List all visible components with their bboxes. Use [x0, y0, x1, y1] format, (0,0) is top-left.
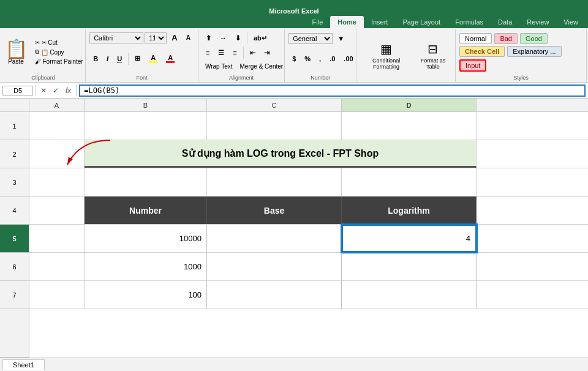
cell-d3[interactable] — [342, 168, 477, 196]
conditional-formatting-button[interactable]: ▦ Conditional Formatting — [360, 42, 412, 70]
app-title: Microsoft Excel — [2, 7, 586, 15]
cell-a4[interactable] — [29, 197, 85, 224]
comma-button[interactable]: , — [315, 54, 325, 64]
col-header-b[interactable]: B — [85, 99, 207, 112]
italic-button[interactable]: I — [103, 54, 112, 64]
cell-a7[interactable] — [29, 281, 85, 309]
fill-color-button[interactable]: A — [145, 53, 161, 64]
cell-c4-header[interactable]: Base — [207, 197, 342, 224]
align-top-button[interactable]: ⬆ — [202, 33, 215, 43]
row-header-3[interactable]: 3 — [0, 168, 29, 197]
cell-b5[interactable]: 10000 — [85, 225, 207, 252]
style-bad[interactable]: Bad — [494, 33, 518, 44]
cell-d6[interactable] — [342, 253, 477, 280]
cell-reference-input[interactable]: D5 — [2, 86, 33, 96]
wrap-text-button[interactable]: Wrap Text — [202, 62, 236, 71]
increase-indent-button[interactable]: ⇥ — [260, 48, 273, 58]
number-group: General ▼ $ % , .0 .00 Number — [285, 29, 356, 82]
tab-formulas[interactable]: Formulas — [448, 16, 491, 28]
cell-a5[interactable] — [29, 225, 85, 252]
decrease-indent-button[interactable]: ⇤ — [246, 48, 259, 58]
tab-review[interactable]: Review — [519, 16, 556, 28]
tab-insert[interactable]: Insert — [364, 16, 396, 28]
font-name-select[interactable]: Calibri — [89, 32, 143, 43]
format-as-table-button[interactable]: ⊟ Format as Table — [415, 42, 451, 70]
col-header-c[interactable]: C — [207, 99, 342, 112]
style-good[interactable]: Good — [520, 33, 548, 44]
row-header-6[interactable]: 6 — [0, 253, 29, 281]
cell-c1[interactable] — [207, 112, 342, 140]
cell-c6[interactable] — [207, 253, 342, 280]
number-format-expand[interactable]: ▼ — [334, 34, 348, 43]
alignment-group: ⬆ ↔ ⬇ ab↵ ≡ ☰ ≡ ⇤ ⇥ Wrap Text Merge & Ce… — [198, 29, 285, 82]
col-header-d[interactable]: D — [342, 99, 477, 112]
col-header-a[interactable]: A — [29, 99, 85, 112]
cell-d4-header[interactable]: Logarithm — [342, 197, 477, 224]
increase-font-size-button[interactable]: A — [168, 32, 181, 43]
table-row: 10000 4 — [29, 225, 588, 253]
accounting-button[interactable]: $ — [288, 54, 300, 64]
cell-b6[interactable]: 1000 — [85, 253, 207, 280]
style-input[interactable]: Input — [459, 59, 486, 72]
row-header-5[interactable]: 5 — [0, 225, 29, 253]
col-headers-rest — [477, 99, 588, 112]
sheet-tab-1[interactable]: Sheet1 — [2, 359, 45, 370]
cancel-formula-button[interactable]: ✕ — [39, 86, 48, 95]
row-header-4[interactable]: 4 — [0, 197, 29, 225]
format-painter-button[interactable]: 🖌 Format Painter — [32, 58, 86, 66]
cell-d5-selected[interactable]: 4 — [342, 225, 477, 252]
percent-button[interactable]: % — [301, 54, 314, 64]
cell-c5[interactable] — [207, 225, 342, 252]
paste-button[interactable]: 📋 Paste — [1, 31, 31, 73]
cell-c3[interactable] — [207, 168, 342, 196]
font-size-select[interactable]: 11 — [145, 32, 167, 43]
align-left-button[interactable]: ≡ — [202, 48, 213, 58]
cell-d7[interactable] — [342, 281, 477, 309]
align-center-button[interactable]: ☰ — [214, 48, 228, 58]
underline-button[interactable]: U — [113, 54, 126, 64]
cell-a3[interactable] — [29, 168, 85, 196]
align-middle-button[interactable]: ↔ — [216, 33, 230, 43]
cell-a2[interactable] — [29, 140, 85, 168]
style-check-cell[interactable]: Check Cell — [459, 46, 505, 57]
cell-a1[interactable] — [29, 112, 85, 140]
cell-b2-title[interactable]: Sử dụng hàm LOG trong Excel - FPT Shop — [85, 140, 477, 168]
font-color-button[interactable]: A — [162, 53, 178, 64]
style-normal[interactable]: Normal — [459, 33, 492, 44]
cut-button[interactable]: ✂ ✂ Cut — [32, 39, 86, 47]
row-header-2[interactable]: 2 — [0, 140, 29, 168]
cell-b7[interactable]: 100 — [85, 281, 207, 309]
tab-home[interactable]: Home — [330, 16, 364, 28]
align-right-button[interactable]: ≡ — [229, 48, 240, 58]
cell-d1[interactable] — [342, 112, 477, 140]
align-bottom-button[interactable]: ⬇ — [232, 33, 244, 43]
formula-input[interactable]: =LOG(B5) — [79, 84, 586, 97]
increase-decimal-button[interactable]: .00 — [340, 54, 356, 64]
cell-b3[interactable] — [85, 168, 207, 196]
number-format-select[interactable]: General — [288, 33, 333, 44]
paste-label: Paste — [8, 58, 24, 65]
cell-b1[interactable] — [85, 112, 207, 140]
row-header-7[interactable]: 7 — [0, 281, 29, 309]
table-row — [29, 168, 588, 197]
formula-bar: D5 ✕ ✓ fx =LOG(B5) — [0, 83, 588, 99]
row-header-1[interactable]: 1 — [0, 112, 29, 140]
merge-center-button[interactable]: Merge & Center — [237, 62, 287, 71]
copy-button[interactable]: ⧉ 📋 Copy — [32, 48, 86, 56]
confirm-formula-button[interactable]: ✓ — [51, 86, 61, 95]
tab-page-layout[interactable]: Page Layout — [395, 16, 448, 28]
style-explanatory[interactable]: Explanatory ... — [507, 46, 561, 57]
bold-button[interactable]: B — [89, 54, 102, 64]
tab-data[interactable]: Data — [491, 16, 519, 28]
text-direction-button[interactable]: ab↵ — [250, 33, 271, 43]
cell-rest-4 — [477, 197, 588, 224]
scissors-icon: ✂ — [35, 39, 40, 46]
border-button[interactable]: ⊞ — [131, 53, 144, 64]
decrease-decimal-button[interactable]: .0 — [326, 54, 339, 64]
cell-c7[interactable] — [207, 281, 342, 309]
decrease-font-size-button[interactable]: A — [183, 33, 194, 42]
tab-file[interactable]: File — [305, 16, 331, 28]
cell-a6[interactable] — [29, 253, 85, 280]
tab-view[interactable]: View — [556, 16, 586, 28]
cell-b4-header[interactable]: Number — [85, 197, 207, 224]
